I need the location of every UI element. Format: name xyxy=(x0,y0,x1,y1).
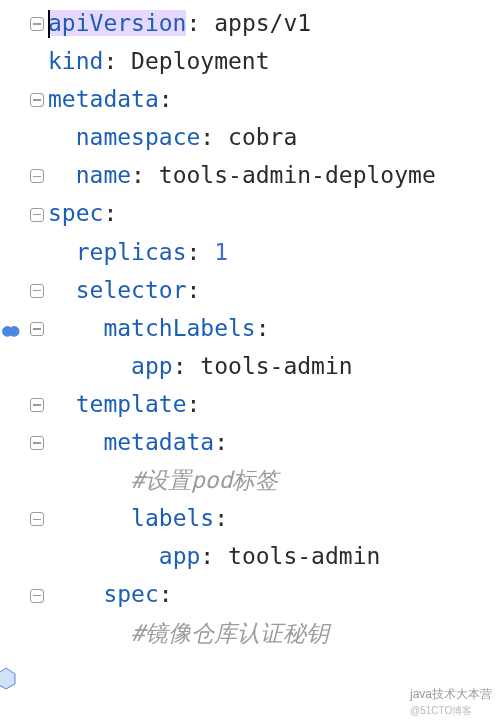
svg-marker-0 xyxy=(0,668,15,689)
fold-toggle-icon[interactable] xyxy=(30,169,44,183)
yaml-key: apiVersion xyxy=(48,10,186,36)
code-line[interactable]: name: tools-admin-deployme xyxy=(48,156,500,194)
fold-toggle-icon[interactable] xyxy=(30,512,44,526)
code-line[interactable]: app: tools-admin xyxy=(48,347,500,385)
yaml-key: spec xyxy=(48,200,103,226)
yaml-key: spec xyxy=(103,581,158,607)
fold-toggle-icon[interactable] xyxy=(30,93,44,107)
yaml-sep: : xyxy=(103,200,117,226)
code-line[interactable]: matchLabels: xyxy=(48,309,500,347)
yaml-key: matchLabels xyxy=(103,315,255,341)
yaml-value: Deployment xyxy=(131,48,269,74)
fold-toggle-icon[interactable] xyxy=(30,398,44,412)
watermark: java技术大本营 @51CTO博客 xyxy=(410,686,492,718)
yaml-sep: : xyxy=(103,48,131,74)
yaml-sep: : xyxy=(256,315,270,341)
fold-toggle-icon[interactable] xyxy=(30,322,44,336)
fold-toggle-icon[interactable] xyxy=(30,284,44,298)
fold-toggle-icon[interactable] xyxy=(30,208,44,222)
code-line[interactable]: apiVersion: apps/v1 xyxy=(48,4,500,42)
yaml-sep: : xyxy=(214,505,228,531)
code-line[interactable]: #镜像仓库认证秘钥 xyxy=(48,614,500,652)
fold-toggle-icon[interactable] xyxy=(30,17,44,31)
code-line[interactable]: replicas: 1 xyxy=(48,233,500,271)
yaml-value: tools-admin-deployme xyxy=(159,162,436,188)
code-line[interactable]: app: tools-admin xyxy=(48,537,500,575)
yaml-sep: : xyxy=(173,353,201,379)
yaml-value: tools-admin xyxy=(228,543,380,569)
yaml-key: metadata xyxy=(48,86,159,112)
yaml-sep: : xyxy=(186,10,214,36)
fold-toggle-icon[interactable] xyxy=(30,436,44,450)
yaml-value: apps/v1 xyxy=(214,10,311,36)
code-line[interactable]: metadata: xyxy=(48,423,500,461)
yaml-sep: : xyxy=(159,86,173,112)
editor-gutter: ●● xyxy=(0,0,48,724)
watermark-main: java技术大本营 xyxy=(410,687,492,701)
yaml-sep: : xyxy=(200,543,228,569)
yaml-value: cobra xyxy=(228,124,297,150)
yaml-sep: : xyxy=(200,124,228,150)
yaml-key: selector xyxy=(76,277,187,303)
code-line[interactable]: template: xyxy=(48,385,500,423)
yaml-key: app xyxy=(159,543,201,569)
code-line[interactable]: labels: xyxy=(48,499,500,537)
code-line[interactable]: spec: xyxy=(48,194,500,232)
code-area[interactable]: apiVersion: apps/v1kind: Deploymentmetad… xyxy=(48,0,500,724)
fold-toggle-icon[interactable] xyxy=(30,589,44,603)
yaml-value: 1 xyxy=(214,239,228,265)
yaml-sep: : xyxy=(186,277,200,303)
yaml-sep: : xyxy=(214,429,228,455)
yaml-sep: : xyxy=(186,391,200,417)
yaml-sep: : xyxy=(131,162,159,188)
yaml-key: namespace xyxy=(76,124,201,150)
yaml-key: name xyxy=(76,162,131,188)
yaml-sep: : xyxy=(159,581,173,607)
yaml-key: labels xyxy=(131,505,214,531)
yaml-key: metadata xyxy=(103,429,214,455)
yaml-comment: #镜像仓库认证秘钥 xyxy=(131,620,329,646)
yaml-key: template xyxy=(76,391,187,417)
code-line[interactable]: selector: xyxy=(48,271,500,309)
watermark-sub: @51CTO博客 xyxy=(410,705,472,716)
k8s-badge-icon xyxy=(0,666,18,690)
breakpoint-icon[interactable]: ●● xyxy=(2,319,16,340)
yaml-key: replicas xyxy=(76,239,187,265)
code-editor[interactable]: ●● apiVersion: apps/v1kind: Deploymentme… xyxy=(0,0,500,724)
code-line[interactable]: metadata: xyxy=(48,80,500,118)
yaml-comment: #设置pod标签 xyxy=(131,467,278,493)
yaml-key: app xyxy=(131,353,173,379)
code-line[interactable]: #设置pod标签 xyxy=(48,461,500,499)
code-line[interactable]: spec: xyxy=(48,575,500,613)
code-line[interactable]: namespace: cobra xyxy=(48,118,500,156)
yaml-value: tools-admin xyxy=(200,353,352,379)
yaml-sep: : xyxy=(186,239,214,265)
text-cursor xyxy=(48,10,50,38)
code-line[interactable]: kind: Deployment xyxy=(48,42,500,80)
yaml-key: kind xyxy=(48,48,103,74)
